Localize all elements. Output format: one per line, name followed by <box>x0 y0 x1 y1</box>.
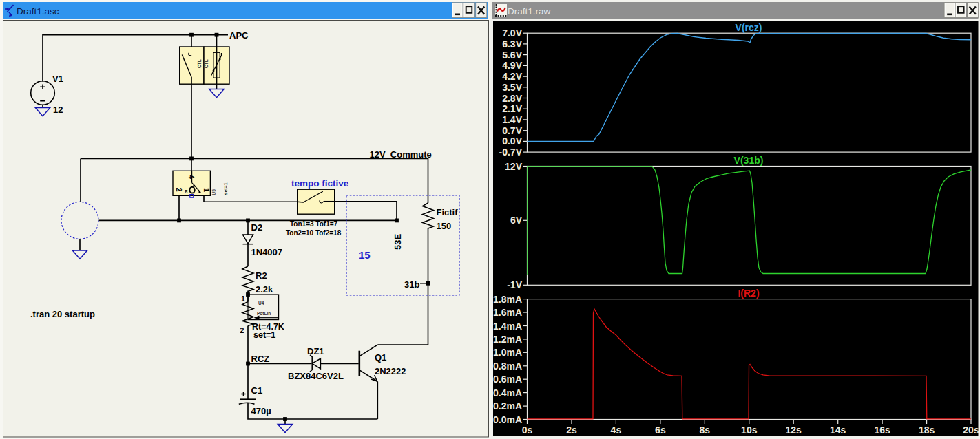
svg-text:16s: 16s <box>874 425 890 436</box>
svg-text:0.0mA: 0.0mA <box>493 414 522 425</box>
svg-text:D2: D2 <box>251 222 263 233</box>
svg-text:CTL: CTL <box>197 59 202 68</box>
svg-text:4s: 4s <box>611 425 622 436</box>
svg-text:V(31b): V(31b) <box>734 155 764 166</box>
svg-text:U4: U4 <box>258 301 264 306</box>
svg-text:150: 150 <box>437 221 452 231</box>
svg-text:12s: 12s <box>786 425 802 436</box>
svg-text:PotLin: PotLin <box>257 311 271 316</box>
svg-text:0.7V: 0.7V <box>502 125 522 136</box>
svg-text:set=1: set=1 <box>223 182 228 195</box>
svg-text:53E: 53E <box>393 234 403 250</box>
svg-text:1.8mA: 1.8mA <box>493 294 522 305</box>
svg-text:8s: 8s <box>700 425 711 436</box>
svg-text:Draft1.raw: Draft1.raw <box>508 6 551 17</box>
svg-text:1: 1 <box>241 295 245 303</box>
svg-text:6V: 6V <box>510 215 523 226</box>
svg-text:U5: U5 <box>211 189 216 195</box>
svg-text:0.2mA: 0.2mA <box>493 400 522 411</box>
svg-text:31b: 31b <box>404 279 419 290</box>
svg-text:Draft1.asc: Draft1.asc <box>17 6 59 17</box>
svg-text:R: R <box>185 189 188 193</box>
svg-text:1.2mA: 1.2mA <box>493 334 522 345</box>
svg-text:tempo fictive: tempo fictive <box>291 178 349 189</box>
svg-text:5.6V: 5.6V <box>502 50 522 61</box>
svg-text:6.3V: 6.3V <box>502 39 522 50</box>
svg-text:set=1: set=1 <box>253 330 275 340</box>
svg-text:18s: 18s <box>919 425 935 436</box>
svg-text:.tran 20 startup: .tran 20 startup <box>30 309 95 319</box>
svg-text:0.4mA: 0.4mA <box>493 387 522 398</box>
svg-text:RCZ: RCZ <box>251 354 270 364</box>
svg-text:C1: C1 <box>251 385 263 396</box>
svg-text:0.8mA: 0.8mA <box>493 361 522 372</box>
svg-text:1.4V: 1.4V <box>502 114 522 125</box>
svg-text:0.6mA: 0.6mA <box>493 374 522 385</box>
svg-text:1.6mA: 1.6mA <box>493 307 522 318</box>
svg-text:Q1: Q1 <box>375 352 386 363</box>
svg-text:12V: 12V <box>505 161 523 172</box>
svg-text:DZ1: DZ1 <box>307 346 324 356</box>
svg-text:4.9V: 4.9V <box>502 60 522 71</box>
svg-text:2s: 2s <box>566 425 577 436</box>
svg-text:14s: 14s <box>830 425 846 436</box>
svg-text:20s: 20s <box>963 425 979 436</box>
svg-text:1.4mA: 1.4mA <box>493 321 522 332</box>
svg-text:0.0V: 0.0V <box>502 136 522 147</box>
svg-text:R2: R2 <box>256 270 267 281</box>
svg-text:2.1V: 2.1V <box>502 103 522 114</box>
svg-text:CTL: CTL <box>204 59 209 68</box>
svg-text:Ton2=10 Tof2=18: Ton2=10 Tof2=18 <box>286 229 342 237</box>
svg-text:4.2V: 4.2V <box>502 71 522 82</box>
svg-text:6s: 6s <box>655 425 666 436</box>
svg-text:470µ: 470µ <box>251 406 271 416</box>
svg-text:0s: 0s <box>522 425 533 436</box>
svg-text:2: 2 <box>175 188 183 192</box>
svg-text:-1V: -1V <box>507 279 522 290</box>
svg-text:2.8V: 2.8V <box>502 93 522 104</box>
svg-text:12: 12 <box>53 105 63 115</box>
svg-text:2: 2 <box>240 326 244 334</box>
svg-text:1.0mA: 1.0mA <box>493 347 522 358</box>
svg-text:BZX84C6V2L: BZX84C6V2L <box>288 371 344 381</box>
svg-text:V1: V1 <box>52 74 63 84</box>
svg-text:15: 15 <box>359 249 371 261</box>
svg-text:10s: 10s <box>741 425 758 436</box>
svg-text:APC: APC <box>229 30 249 41</box>
svg-text:12V Commute: 12V Commute <box>370 149 432 160</box>
svg-text:I(R2): I(R2) <box>738 288 759 299</box>
svg-text:7.0V: 7.0V <box>502 28 522 39</box>
svg-text:Fictif: Fictif <box>437 207 459 217</box>
svg-text:1N4007: 1N4007 <box>251 247 283 257</box>
svg-text:-0.7V: -0.7V <box>499 147 523 158</box>
svg-text:2.2k: 2.2k <box>256 284 273 295</box>
svg-text:V(rcz): V(rcz) <box>736 22 762 33</box>
svg-text:Ton1=3 Tof1=7: Ton1=3 Tof1=7 <box>290 220 338 228</box>
svg-text:1: 1 <box>202 188 211 192</box>
svg-text:3.5V: 3.5V <box>502 82 522 93</box>
svg-text:4: 4 <box>187 175 196 180</box>
svg-text:2N2222: 2N2222 <box>375 366 406 376</box>
